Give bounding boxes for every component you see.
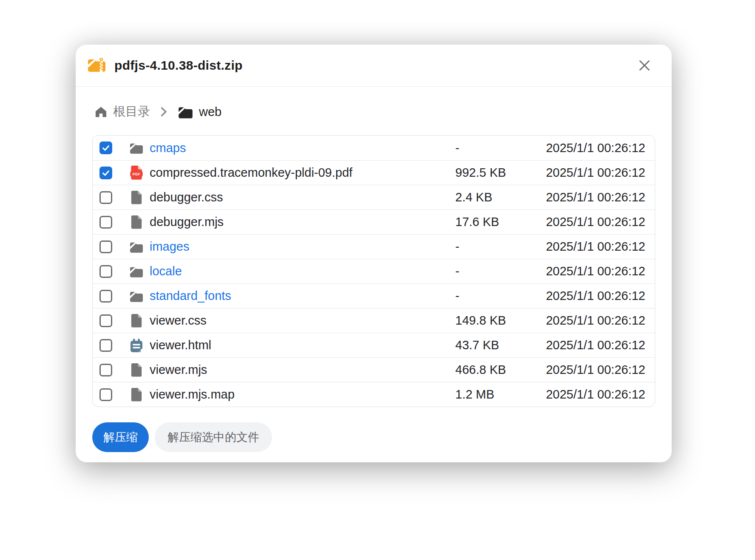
folder-name-link[interactable]: locale <box>150 264 182 278</box>
checkbox-cell <box>99 339 123 352</box>
row-checkbox[interactable] <box>99 388 112 401</box>
file-icon <box>130 362 143 378</box>
table-row[interactable]: viewer.mjs 466.8 KB 2025/1/1 00:26:12 <box>93 357 655 382</box>
table-row[interactable]: PDF compressed.tracemonkey-pldi-09.pdf 9… <box>93 160 655 185</box>
file-modified-date: 2025/1/1 00:26:12 <box>535 387 645 402</box>
row-checkbox[interactable] <box>99 191 112 204</box>
icon-cell <box>123 215 150 230</box>
folder-name-link[interactable]: cmaps <box>150 141 186 155</box>
checkbox-cell <box>99 191 123 204</box>
row-checkbox[interactable] <box>99 240 112 253</box>
folder-name-link[interactable]: images <box>150 240 190 253</box>
icon-cell <box>123 362 150 378</box>
file-modified-date: 2025/1/1 00:26:12 <box>535 338 645 352</box>
folder-icon <box>129 142 144 154</box>
breadcrumb-root[interactable]: 根目录 <box>94 103 150 120</box>
icon-cell <box>123 266 150 277</box>
row-checkbox[interactable] <box>99 364 112 376</box>
icon-cell <box>123 241 150 253</box>
file-size: 2.4 KB <box>455 190 535 204</box>
row-checkbox[interactable] <box>99 314 112 327</box>
row-checkbox-checked[interactable] <box>99 141 112 154</box>
table-row[interactable]: viewer.mjs.map 1.2 MB 2025/1/1 00:26:12 <box>93 382 655 407</box>
file-modified-date: 2025/1/1 00:26:12 <box>535 240 645 254</box>
icon-cell <box>123 290 150 302</box>
row-checkbox[interactable] <box>99 290 112 303</box>
file-size: 43.7 KB <box>455 338 535 352</box>
name-cell: debugger.css <box>150 190 455 204</box>
file-icon <box>130 313 143 328</box>
file-modified-date: 2025/1/1 00:26:12 <box>535 363 645 377</box>
table-row[interactable]: images - 2025/1/1 00:26:12 <box>93 234 655 259</box>
action-bar: 解压缩 解压缩选中的文件 <box>92 422 655 452</box>
table-row[interactable]: cmaps - 2025/1/1 00:26:12 <box>93 136 655 160</box>
file-name: debugger.css <box>150 190 223 204</box>
row-checkbox[interactable] <box>99 216 112 229</box>
checkbox-cell <box>99 290 123 303</box>
table-row[interactable]: standard_fonts - 2025/1/1 00:26:12 <box>93 283 655 308</box>
pdf-file-icon: PDF <box>130 165 143 181</box>
folder-icon <box>129 241 144 253</box>
header-divider <box>76 86 672 87</box>
close-icon <box>638 59 651 72</box>
icon-cell <box>123 387 150 402</box>
extract-selected-button[interactable]: 解压缩选中的文件 <box>155 422 272 452</box>
file-modified-date: 2025/1/1 00:26:12 <box>535 190 645 204</box>
name-cell: viewer.mjs <box>150 363 455 377</box>
table-row[interactable]: debugger.css 2.4 KB 2025/1/1 00:26:12 <box>93 185 655 209</box>
file-name: viewer.mjs.map <box>150 387 235 401</box>
folder-icon <box>129 290 144 302</box>
icon-cell <box>123 142 150 154</box>
folder-name-link[interactable]: standard_fonts <box>150 289 231 303</box>
file-modified-date: 2025/1/1 00:26:12 <box>535 289 645 303</box>
name-cell: viewer.mjs.map <box>150 387 455 402</box>
dialog-body: 根目录 web <box>76 104 672 452</box>
html-file-icon <box>129 338 144 353</box>
file-name: viewer.css <box>150 314 207 327</box>
checkbox-cell <box>99 265 123 278</box>
close-button[interactable] <box>636 57 653 74</box>
file-icon <box>130 387 143 402</box>
checkbox-cell <box>99 388 123 401</box>
file-table: cmaps - 2025/1/1 00:26:12 PDF compressed… <box>92 135 655 407</box>
table-row[interactable]: viewer.html 43.7 KB 2025/1/1 00:26:12 <box>93 333 655 357</box>
checkbox-cell <box>99 364 123 376</box>
file-size: - <box>455 289 535 303</box>
file-size: - <box>455 264 535 278</box>
extract-all-button[interactable]: 解压缩 <box>92 422 149 452</box>
file-icon <box>130 215 143 230</box>
name-cell: locale <box>150 264 455 278</box>
name-cell: standard_fonts <box>150 289 455 303</box>
file-size: 17.6 KB <box>455 215 535 229</box>
check-icon <box>101 143 111 153</box>
checkbox-cell <box>99 216 123 229</box>
dialog-header: pdfjs-4.10.38-dist.zip <box>76 45 672 86</box>
file-name: compressed.tracemonkey-pldi-09.pdf <box>150 166 352 179</box>
file-modified-date: 2025/1/1 00:26:12 <box>535 264 645 278</box>
name-cell: viewer.html <box>150 338 455 352</box>
file-modified-date: 2025/1/1 00:26:12 <box>535 215 645 229</box>
row-checkbox[interactable] <box>99 339 112 352</box>
icon-cell: PDF <box>123 165 150 181</box>
chevron-right-icon <box>160 106 168 118</box>
icon-cell <box>123 313 150 328</box>
name-cell: images <box>150 240 455 254</box>
table-row[interactable]: viewer.css 149.8 KB 2025/1/1 00:26:12 <box>93 308 655 333</box>
table-row[interactable]: locale - 2025/1/1 00:26:12 <box>93 259 655 283</box>
breadcrumb: 根目录 web <box>92 104 655 120</box>
home-icon <box>94 106 108 118</box>
file-modified-date: 2025/1/1 00:26:12 <box>535 166 645 180</box>
breadcrumb-current: web <box>178 105 221 119</box>
icon-cell <box>123 190 150 205</box>
name-cell: viewer.css <box>150 314 455 328</box>
breadcrumb-root-label: 根目录 <box>113 103 150 120</box>
checkbox-cell <box>99 141 123 154</box>
folder-icon <box>129 266 144 277</box>
row-checkbox[interactable] <box>99 265 112 278</box>
file-size: - <box>455 240 535 254</box>
table-row[interactable]: debugger.mjs 17.6 KB 2025/1/1 00:26:12 <box>93 209 655 234</box>
row-checkbox-checked[interactable] <box>99 167 112 179</box>
name-cell: debugger.mjs <box>150 215 455 229</box>
file-name: viewer.mjs <box>150 363 207 376</box>
svg-text:PDF: PDF <box>133 172 140 176</box>
